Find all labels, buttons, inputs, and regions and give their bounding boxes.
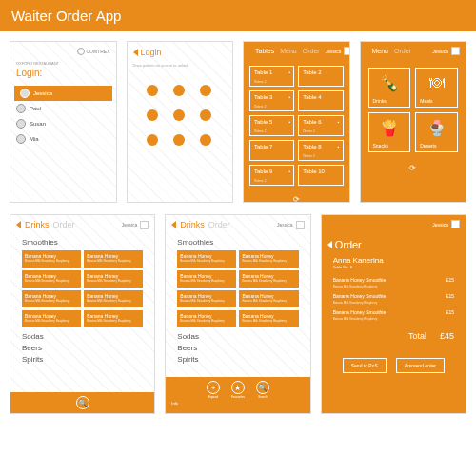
- drink-item[interactable]: Banana HoneyBanana Milk Strawberry Raspb…: [22, 310, 81, 327]
- drink-desc: Banana Milk Strawberry Raspberry: [87, 279, 140, 283]
- screen-drinks: Drinks Order Jessica Smoothies Banana Ho…: [10, 214, 155, 414]
- tab-drinks[interactable]: Drinks: [180, 220, 205, 229]
- user-badge[interactable]: Jessica: [122, 221, 149, 229]
- user-row[interactable]: Susan: [10, 116, 116, 131]
- tab-drinks[interactable]: Drinks: [25, 220, 50, 229]
- back-icon[interactable]: [327, 241, 332, 248]
- table-tile[interactable]: Table 8Orders: 2▪: [298, 140, 343, 161]
- menu-label: Snacks: [373, 143, 388, 149]
- favourites-button[interactable]: ★Favourites: [231, 381, 245, 399]
- drink-desc: Banana Milk Strawberry Raspberry: [242, 259, 295, 263]
- drink-desc: Banana Milk Strawberry Raspberry: [25, 299, 78, 303]
- drink-item[interactable]: Banana HoneyBanana Milk Strawberry Raspb…: [177, 290, 236, 307]
- icon-label: Search: [258, 395, 268, 399]
- icon-label: Favourites: [231, 395, 245, 399]
- table-name: Table 6: [303, 119, 338, 125]
- refresh-icon[interactable]: ⟳: [244, 191, 349, 203]
- back-icon[interactable]: [171, 221, 176, 228]
- nav-tabs[interactable]: Menu Order: [367, 48, 417, 54]
- order-item-desc: Banana Milk Strawberry Raspberry: [322, 285, 466, 291]
- category-item[interactable]: Spirits: [177, 354, 298, 366]
- drink-item[interactable]: Banana HoneyBanana Milk Strawberry Raspb…: [239, 250, 298, 268]
- refresh-icon[interactable]: ⟳: [361, 160, 466, 176]
- category-smoothies[interactable]: Smoothies: [10, 234, 154, 248]
- order-line[interactable]: Banana Honey Smoothie£15: [322, 291, 466, 301]
- drink-desc: Banana Milk Strawberry Raspberry: [25, 319, 78, 323]
- user-name: Paul: [30, 106, 41, 111]
- drink-item[interactable]: Banana HoneyBanana Milk Strawberry Raspb…: [84, 250, 143, 268]
- user-badge[interactable]: Jessica: [277, 221, 305, 229]
- table-tile[interactable]: Table 4: [298, 90, 343, 111]
- user-row[interactable]: Jessica: [14, 86, 112, 101]
- drink-item[interactable]: Banana HoneyBanana Milk Strawberry Raspb…: [22, 270, 81, 288]
- category-item[interactable]: Sodas: [177, 331, 298, 343]
- avatar-icon: [16, 134, 26, 144]
- category-item[interactable]: Sodas: [22, 331, 143, 343]
- table-tile[interactable]: Table 6Orders: 2▪: [298, 115, 343, 136]
- drink-desc: Banana Milk Strawberry Raspberry: [87, 259, 140, 263]
- category-item[interactable]: Spirits: [22, 354, 143, 366]
- screen-pattern-login: Login Draw pattern on screen to unlock: [127, 41, 234, 203]
- table-name: Table 5: [254, 119, 289, 125]
- login-title: Login: [141, 48, 162, 57]
- drink-desc: Banana Milk Strawberry Raspberry: [25, 279, 78, 283]
- user-badge[interactable]: Jessica: [326, 47, 350, 55]
- category-item[interactable]: Beers: [177, 343, 298, 354]
- drink-item[interactable]: Banana HoneyBanana Milk Strawberry Raspb…: [177, 250, 236, 268]
- user-badge[interactable]: Jessica: [432, 47, 460, 55]
- tab-order[interactable]: Order: [53, 220, 75, 229]
- order-line[interactable]: Banana Honey Smoothie£15: [322, 307, 466, 317]
- menu-tile[interactable]: 🍟Snacks: [368, 112, 411, 152]
- expand-button[interactable]: +Expand: [207, 381, 220, 399]
- screen-menu: Menu Order Jessica 🍾Drinks🍽Meals🍟Snacks🍨…: [360, 41, 467, 203]
- table-tile[interactable]: Table 9Orders: 2▪: [249, 165, 294, 186]
- table-tile[interactable]: Table 3Orders: 2▪: [249, 90, 294, 111]
- order-line[interactable]: Banana Honey Smoothie£15: [322, 275, 466, 285]
- drink-item[interactable]: Banana HoneyBanana Milk Strawberry Raspb…: [239, 270, 298, 288]
- user-badge[interactable]: Jessica: [432, 220, 460, 228]
- menu-label: Drinks: [373, 98, 387, 104]
- send-to-pos-button[interactable]: Send to PoS: [343, 358, 387, 373]
- back-icon[interactable]: [133, 49, 138, 56]
- drink-item[interactable]: Banana HoneyBanana Milk Strawberry Raspb…: [177, 270, 236, 288]
- table-tile[interactable]: Table 7: [249, 140, 294, 161]
- category-item[interactable]: Beers: [22, 343, 143, 354]
- user-name: Susan: [30, 121, 46, 127]
- pattern-grid[interactable]: [147, 85, 213, 146]
- amend-order-button[interactable]: Ammend order: [396, 358, 445, 373]
- drink-desc: Banana Milk Strawberry Raspberry: [242, 299, 295, 303]
- menu-tile[interactable]: 🍨Deserts: [415, 112, 458, 152]
- drink-item[interactable]: Banana HoneyBanana Milk Strawberry Raspb…: [177, 310, 236, 327]
- order-title: Order: [335, 239, 362, 250]
- table-tile[interactable]: Table 5Orders: 2▪: [249, 115, 294, 136]
- table-tile[interactable]: Table 2: [298, 66, 343, 87]
- search-button[interactable]: 🔍Search: [256, 381, 269, 399]
- table-name: Table 7: [254, 144, 289, 149]
- drink-item[interactable]: Banana HoneyBanana Milk Strawberry Raspb…: [239, 310, 298, 327]
- user-row[interactable]: Paul: [10, 101, 116, 116]
- tab-order[interactable]: Order: [208, 220, 230, 229]
- drink-item[interactable]: Banana HoneyBanana Milk Strawberry Raspb…: [22, 250, 81, 268]
- info-label[interactable]: Info: [166, 401, 178, 406]
- drink-item[interactable]: Banana HoneyBanana Milk Strawberry Raspb…: [22, 290, 81, 307]
- drink-item[interactable]: Banana HoneyBanana Milk Strawberry Raspb…: [84, 310, 143, 327]
- drink-item[interactable]: Banana HoneyBanana Milk Strawberry Raspb…: [84, 290, 143, 307]
- menu-label: Deserts: [420, 143, 436, 149]
- category-smoothies[interactable]: Smoothies: [166, 234, 309, 248]
- search-icon[interactable]: 🔍: [76, 396, 89, 409]
- drink-item[interactable]: Banana HoneyBanana Milk Strawberry Raspb…: [84, 270, 143, 288]
- nav-tabs[interactable]: Tables Menu Order: [249, 48, 326, 54]
- menu-tile[interactable]: 🍽Meals: [415, 68, 458, 108]
- drink-item[interactable]: Banana HoneyBanana Milk Strawberry Raspb…: [239, 290, 298, 307]
- order-item-desc: Banana Milk Strawberry Raspberry: [322, 301, 466, 307]
- drink-desc: Banana Milk Strawberry Raspberry: [242, 279, 295, 283]
- user-row[interactable]: Mia: [10, 131, 116, 147]
- back-icon[interactable]: [16, 221, 21, 228]
- drink-desc: Banana Milk Strawberry Raspberry: [180, 319, 233, 323]
- table-tile[interactable]: Table 10: [298, 165, 343, 186]
- menu-tile[interactable]: 🍾Drinks: [368, 68, 411, 108]
- screen-drinks-expanded: Drinks Order Jessica Smoothies Banana Ho…: [165, 214, 310, 414]
- drink-desc: Banana Milk Strawberry Raspberry: [87, 299, 140, 303]
- table-tile[interactable]: Table 1Orders: 2▪: [249, 66, 294, 87]
- screens-canvas: COMTREX OXFORD RESTAURANT Login: Jessica…: [0, 31, 476, 424]
